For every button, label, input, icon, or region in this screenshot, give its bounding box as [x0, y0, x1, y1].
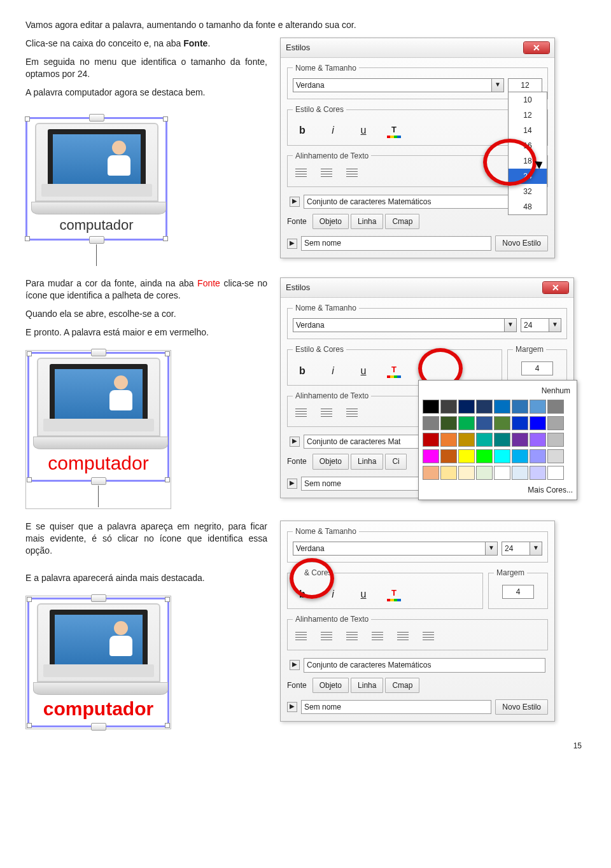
italic-button[interactable]: i	[326, 364, 340, 378]
align-left-button[interactable]	[295, 169, 307, 178]
novo-estilo-button[interactable]: Novo Estilo	[495, 235, 548, 251]
color-swatch[interactable]	[458, 400, 475, 414]
tab-objeto[interactable]: Objeto	[313, 214, 349, 229]
color-swatch[interactable]	[476, 449, 493, 463]
color-swatch[interactable]	[547, 449, 564, 463]
size-option[interactable]: 14	[509, 123, 547, 138]
align-center-button[interactable]	[321, 409, 332, 417]
size-option[interactable]: 12	[509, 108, 547, 123]
tab-linha[interactable]: Linha	[351, 214, 383, 229]
color-swatch[interactable]	[423, 433, 439, 447]
italic-button[interactable]: i	[326, 123, 340, 137]
tab-linha[interactable]: Linha	[351, 454, 383, 469]
color-swatch[interactable]	[458, 466, 475, 480]
tab-cmap[interactable]: Ci	[385, 454, 406, 469]
size-combo[interactable]: 24▼	[521, 318, 561, 332]
color-swatch[interactable]	[458, 449, 475, 463]
color-swatch[interactable]	[476, 466, 493, 480]
bold-button[interactable]: b	[295, 364, 309, 378]
color-swatch[interactable]	[494, 416, 510, 430]
color-swatch[interactable]	[512, 466, 528, 480]
color-swatch[interactable]	[423, 466, 439, 480]
expand-icon[interactable]: ▶	[287, 702, 297, 712]
color-swatch[interactable]	[530, 449, 546, 463]
color-swatch[interactable]	[476, 416, 493, 430]
color-swatch[interactable]	[530, 400, 546, 414]
tab-objeto[interactable]: Objeto	[313, 454, 349, 469]
style-name-field[interactable]: Sem nome	[301, 236, 491, 250]
color-swatch[interactable]	[547, 466, 564, 480]
color-swatch[interactable]	[440, 466, 457, 480]
size-option[interactable]: 48	[509, 199, 547, 214]
expand-icon[interactable]: ▶	[287, 239, 297, 249]
expand-icon[interactable]: ▶	[290, 660, 300, 670]
style-name-field[interactable]: Sem nome	[301, 700, 491, 714]
tab-objeto[interactable]: Objeto	[313, 678, 349, 693]
size-combo[interactable]: 12 10 12 14 16 18 24 32 48	[508, 78, 542, 92]
align-top-button[interactable]	[372, 632, 383, 641]
font-combo[interactable]: Verdana▼	[293, 542, 498, 556]
align-middle-button[interactable]	[397, 632, 409, 641]
concept-node[interactable]: computador	[25, 117, 167, 266]
color-swatch[interactable]	[530, 416, 546, 430]
align-center-button[interactable]	[321, 169, 332, 178]
color-swatch[interactable]	[423, 449, 439, 463]
color-swatch[interactable]	[440, 416, 457, 430]
color-swatch[interactable]	[512, 400, 528, 414]
color-swatch[interactable]	[547, 400, 564, 414]
align-right-button[interactable]	[346, 409, 358, 417]
expand-icon[interactable]: ▶	[290, 197, 300, 207]
color-swatch[interactable]	[530, 433, 546, 447]
color-swatch[interactable]	[547, 416, 564, 430]
close-button[interactable]: ✕	[524, 42, 549, 53]
size-combo[interactable]: 24▼	[502, 542, 542, 556]
color-swatch[interactable]	[440, 400, 457, 414]
expand-icon[interactable]: ▶	[287, 479, 297, 489]
expand-icon[interactable]: ▶	[290, 437, 300, 447]
charset-field[interactable]: Conjunto de caracteres Matemáticos	[304, 658, 545, 672]
concept-node[interactable]: computador	[27, 598, 169, 728]
color-swatch[interactable]	[458, 433, 475, 447]
novo-estilo-button[interactable]: Novo Estilo	[495, 699, 548, 715]
color-swatch[interactable]	[512, 433, 528, 447]
color-swatch[interactable]	[494, 400, 510, 414]
color-swatch[interactable]	[512, 416, 528, 430]
size-option[interactable]: 10	[509, 92, 547, 108]
color-swatch[interactable]	[423, 400, 439, 414]
tab-cmap[interactable]: Cmap	[385, 214, 419, 229]
tab-linha[interactable]: Linha	[351, 678, 383, 693]
margem-field[interactable]: 4	[521, 361, 553, 375]
color-swatch[interactable]	[476, 400, 493, 414]
more-colors-option[interactable]: Mais Cores...	[423, 480, 573, 495]
color-swatch[interactable]	[423, 416, 439, 430]
tab-cmap[interactable]: Cmap	[385, 678, 419, 693]
color-swatch[interactable]	[440, 449, 457, 463]
color-swatch[interactable]	[458, 416, 475, 430]
align-right-button[interactable]	[346, 169, 358, 178]
color-swatch[interactable]	[494, 449, 510, 463]
color-swatch[interactable]	[530, 466, 546, 480]
font-color-button[interactable]: T	[387, 587, 401, 600]
concept-node[interactable]: computador	[27, 352, 169, 508]
color-swatch[interactable]	[476, 433, 493, 447]
underline-button[interactable]: u	[356, 123, 370, 137]
color-swatch[interactable]	[512, 449, 528, 463]
bold-button[interactable]: b	[295, 123, 309, 137]
align-center-button[interactable]	[321, 632, 332, 641]
close-button[interactable]: ✕	[543, 282, 568, 293]
color-swatch[interactable]	[547, 433, 564, 447]
font-combo[interactable]: Verdana▼	[293, 318, 517, 332]
font-color-button[interactable]: T	[387, 124, 401, 137]
color-swatch[interactable]	[494, 433, 510, 447]
align-left-button[interactable]	[295, 409, 307, 417]
margem-field[interactable]: 4	[502, 585, 534, 599]
align-left-button[interactable]	[295, 632, 307, 641]
align-bottom-button[interactable]	[423, 632, 434, 641]
underline-button[interactable]: u	[356, 364, 370, 378]
color-swatch[interactable]	[494, 466, 510, 480]
color-swatch[interactable]	[440, 433, 457, 447]
font-combo[interactable]: Verdana▼	[293, 78, 504, 92]
underline-button[interactable]: u	[356, 587, 370, 601]
no-color-option[interactable]: Nenhum	[423, 384, 573, 400]
size-option[interactable]: 32	[509, 184, 547, 199]
